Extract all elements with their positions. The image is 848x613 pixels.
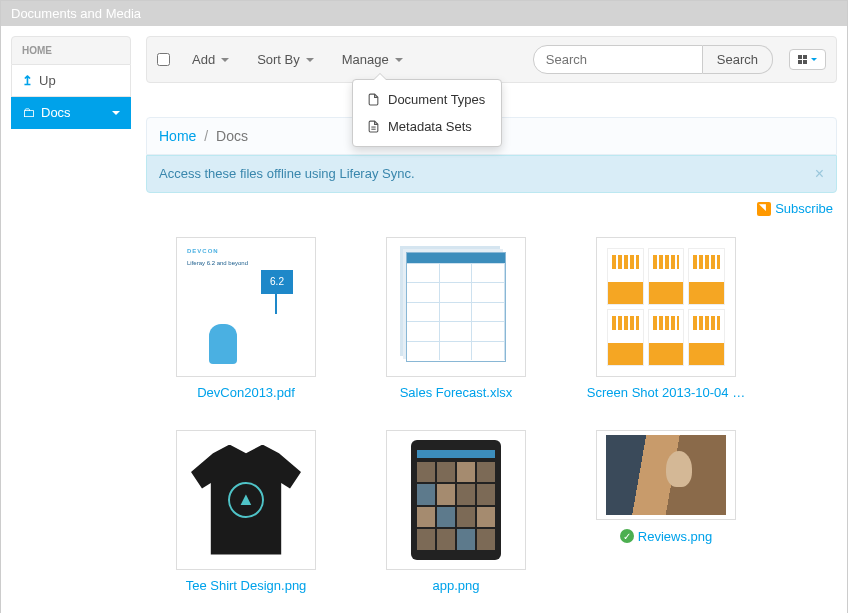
file-item[interactable]: app.png xyxy=(376,430,536,593)
file-thumbnail xyxy=(596,237,736,377)
manage-dropdown: Document Types Metadata Sets xyxy=(352,79,502,147)
document-icon xyxy=(367,93,380,106)
file-grid: DEVCON Liferay 6.2 and beyond 6.2 DevCon… xyxy=(146,227,837,603)
file-item[interactable]: DEVCON Liferay 6.2 and beyond 6.2 DevCon… xyxy=(166,237,326,400)
search-button[interactable]: Search xyxy=(703,45,773,74)
add-button[interactable]: Add xyxy=(182,46,239,73)
breadcrumb-separator: / xyxy=(204,128,208,144)
subscribe-link[interactable]: Subscribe xyxy=(757,201,833,216)
grid-icon xyxy=(798,55,807,64)
breadcrumb-home[interactable]: Home xyxy=(159,128,196,144)
file-item[interactable]: ▲ Tee Shirt Design.png xyxy=(166,430,326,593)
sidebar-docs-label: Docs xyxy=(41,105,106,120)
document-lines-icon xyxy=(367,120,380,133)
file-name: Tee Shirt Design.png xyxy=(186,578,307,593)
sidebar-item-docs[interactable]: 🗀 Docs xyxy=(11,97,131,129)
file-item[interactable]: ✓ Reviews.png xyxy=(586,430,746,593)
caret-icon xyxy=(306,58,314,62)
file-item[interactable]: Screen Shot 2013-10-04 … xyxy=(586,237,746,400)
alert-text: Access these files offline using Liferay… xyxy=(159,166,415,182)
search-input[interactable] xyxy=(533,45,703,74)
file-name: ✓ Reviews.png xyxy=(620,529,712,544)
folder-icon: 🗀 xyxy=(22,105,35,120)
file-name: DevCon2013.pdf xyxy=(197,385,295,400)
manage-metadata-sets[interactable]: Metadata Sets xyxy=(353,113,501,140)
file-thumbnail xyxy=(386,237,526,377)
up-arrow-icon: ↥ xyxy=(22,73,33,88)
caret-icon xyxy=(395,58,403,62)
manage-button[interactable]: Manage xyxy=(332,46,413,73)
select-all-checkbox[interactable] xyxy=(157,53,170,66)
sortby-button[interactable]: Sort By xyxy=(247,46,324,73)
file-name: Screen Shot 2013-10-04 … xyxy=(587,385,745,400)
alert-close-button[interactable]: × xyxy=(815,166,824,182)
documents-media-portlet: Documents and Media HOME ↥ Up 🗀 Docs Add xyxy=(0,0,848,613)
file-name: Sales Forecast.xlsx xyxy=(400,385,513,400)
rss-icon xyxy=(757,202,771,216)
view-toggle-button[interactable] xyxy=(789,49,826,70)
manage-document-types[interactable]: Document Types xyxy=(353,86,501,113)
sidebar-home-label: HOME xyxy=(11,36,131,65)
file-thumbnail: DEVCON Liferay 6.2 and beyond 6.2 xyxy=(176,237,316,377)
main-area: Add Sort By Manage Search xyxy=(146,36,837,603)
toolbar: Add Sort By Manage Search xyxy=(146,36,837,83)
file-thumbnail xyxy=(596,430,736,520)
search-group: Search xyxy=(533,45,773,74)
file-name: app.png xyxy=(433,578,480,593)
caret-icon xyxy=(221,58,229,62)
portlet-title: Documents and Media xyxy=(1,1,847,26)
approved-icon: ✓ xyxy=(620,529,634,543)
breadcrumb-current: Docs xyxy=(216,128,248,144)
sync-alert: Access these files offline using Liferay… xyxy=(146,155,837,193)
sidebar-up-label: Up xyxy=(39,73,120,88)
file-thumbnail xyxy=(386,430,526,570)
caret-icon xyxy=(811,58,817,61)
chevron-down-icon xyxy=(112,111,120,115)
file-thumbnail: ▲ xyxy=(176,430,316,570)
sidebar: HOME ↥ Up 🗀 Docs xyxy=(11,36,131,603)
sidebar-up[interactable]: ↥ Up xyxy=(11,65,131,97)
file-item[interactable]: Sales Forecast.xlsx xyxy=(376,237,536,400)
